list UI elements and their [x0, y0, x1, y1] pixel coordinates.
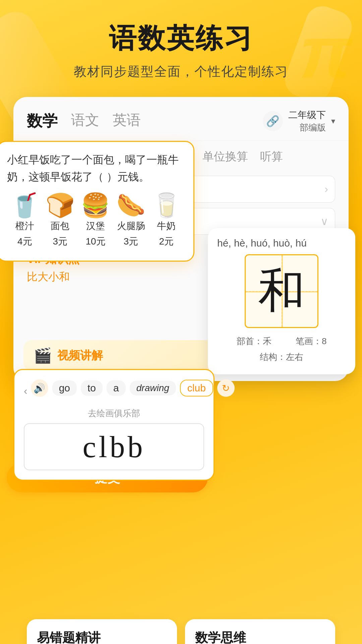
food-item-bread: 🍞 面包 3元	[46, 194, 75, 248]
radical-value: 禾	[263, 336, 272, 346]
chinese-character-card: hé, hè, huó, huò, hú 和 部首：禾 笔画：8 结构：左右	[208, 228, 355, 374]
juice-name: 橙汁	[15, 220, 34, 232]
milk-name: 牛奶	[157, 220, 176, 232]
edition-label: 部编版	[288, 121, 326, 133]
juice-emoji: 🥤	[10, 194, 39, 217]
dropdown-arrow-icon: ▾	[331, 116, 335, 126]
word-translation: 去绘画俱乐部	[88, 408, 140, 418]
chinese-character: 和	[258, 259, 305, 323]
food-item-burger: 🍔 汉堡 10元	[81, 194, 110, 248]
math-question: 小红早饭吃了一个面包，喝了一瓶牛奶，这顿早饭花了（ ）元钱。	[7, 151, 184, 185]
character-display: 和	[245, 254, 318, 328]
tab-math[interactable]: 数学	[27, 111, 58, 131]
tab-chinese[interactable]: 语文	[71, 111, 99, 131]
food-item-juice: 🥤 橙汁 4元	[10, 194, 39, 248]
feature-card-math-thinking[interactable]: 数学思维 突破小学难点题型 ∞	[185, 619, 335, 644]
word-drawing: drawing	[130, 381, 176, 395]
feature-card-wrong-questions[interactable]: 易错题精讲 理清问题避免踩坑 M	[27, 619, 177, 644]
strokes-value: 8	[322, 336, 326, 346]
bread-price: 3元	[53, 235, 68, 248]
sausage-name: 火腿肠	[117, 220, 145, 232]
food-items-list: 🥤 橙汁 4元 🍞 面包 3元 🍔 汉堡 10元 🌭 火腿肠 3元 🥛	[7, 194, 184, 248]
feature-title-1: 易错题精讲	[37, 629, 167, 644]
sausage-price: 3元	[124, 235, 138, 248]
burger-name: 汉堡	[86, 220, 105, 232]
word-a: a	[107, 380, 126, 396]
video-label: 视频讲解	[57, 348, 103, 363]
word-go: go	[52, 380, 77, 396]
grade-selector[interactable]: 🔗 二年级下 部编版 ▾	[263, 108, 335, 134]
tab-english[interactable]: 英语	[113, 111, 141, 131]
word-club: club	[180, 380, 213, 396]
word-to: to	[81, 380, 103, 396]
sub-tab-unit[interactable]: 单位换算	[202, 149, 248, 168]
chevron-down-icon: ∨	[320, 215, 328, 228]
pinyin-options: hé, hè, huó, huò, hú	[217, 237, 346, 249]
sub-tab-listen[interactable]: 听算	[260, 149, 283, 168]
feature-title-2: 数学思维	[195, 629, 325, 644]
english-exercise-card: ‹ 🔊 go to a drawing club ↻ 去绘画俱乐部 clbb	[13, 369, 215, 481]
character-info: 部首：禾 笔画：8 结构：左右	[217, 333, 346, 365]
bread-name: 面包	[51, 220, 69, 232]
strokes-label: 笔画：	[296, 336, 322, 346]
structure-label: 结构：	[260, 352, 286, 362]
word-chips-row: 🔊 go to a drawing club ↻	[31, 379, 235, 397]
burger-emoji: 🍔	[81, 194, 110, 217]
burger-price: 10元	[85, 235, 105, 248]
link-icon: 🔗	[263, 111, 283, 131]
subject-tabs: 数学 语文 英语 🔗 二年级下 部编版 ▾	[13, 97, 349, 141]
food-item-milk: 🥛 牛奶 2元	[152, 194, 181, 248]
math-word-problem-card: 小红早饭吃了一个面包，喝了一瓶牛奶，这顿早饭花了（ ）元钱。 🥤 橙汁 4元 🍞…	[0, 141, 194, 262]
sausage-emoji: 🌭	[116, 194, 145, 217]
speaker-button[interactable]: 🔊	[31, 379, 48, 397]
radical-label: 部首：	[237, 336, 263, 346]
page-title: 语数英练习	[13, 20, 349, 57]
arrow-icon: ›	[324, 183, 328, 195]
juice-price: 4元	[17, 235, 32, 248]
grade-label: 二年级下	[288, 108, 326, 121]
food-item-sausage: 🌭 火腿肠 3元	[116, 194, 145, 248]
structure-value: 左右	[286, 352, 303, 362]
bottom-feature-cards: 易错题精讲 理清问题避免踩坑 M 数学思维 突破小学难点题型 ∞	[13, 609, 349, 644]
collapse-icon[interactable]: ‹	[24, 385, 27, 397]
refresh-button[interactable]: ↻	[217, 379, 235, 397]
bread-emoji: 🍞	[46, 194, 75, 217]
answer-input-display[interactable]: clbb	[24, 423, 204, 470]
milk-price: 2元	[159, 235, 174, 248]
milk-emoji: 🥛	[152, 194, 181, 217]
page-subtitle: 教材同步题型全面，个性化定制练习	[13, 63, 349, 80]
